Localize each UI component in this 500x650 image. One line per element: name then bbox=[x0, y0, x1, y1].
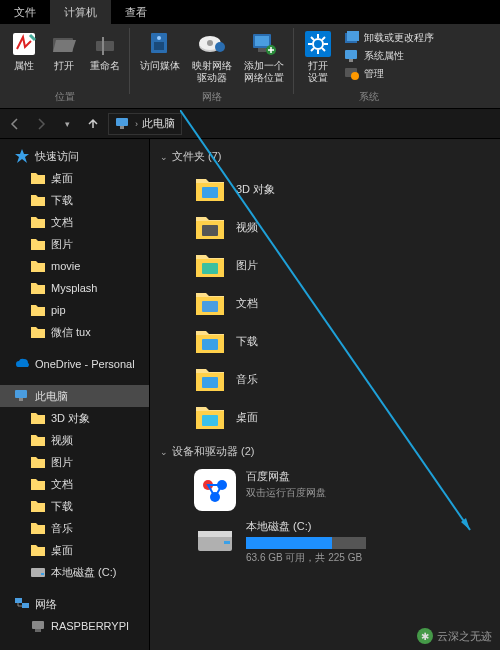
folder-item[interactable]: 音乐 bbox=[160, 360, 500, 398]
svg-rect-45 bbox=[202, 301, 218, 312]
properties-button[interactable]: 属性 bbox=[4, 26, 44, 72]
folder-item[interactable]: 3D 对象 bbox=[160, 170, 500, 208]
svg-rect-37 bbox=[41, 573, 44, 575]
watermark: ✱云深之无迹 bbox=[417, 628, 492, 644]
svg-rect-39 bbox=[22, 603, 29, 608]
group-network-label: 网络 bbox=[202, 89, 222, 106]
svg-rect-55 bbox=[224, 541, 230, 544]
svg-point-10 bbox=[215, 42, 225, 52]
svg-rect-12 bbox=[255, 36, 269, 46]
sidebar-item[interactable]: 下载 bbox=[0, 189, 149, 211]
svg-point-5 bbox=[157, 36, 161, 40]
sidebar-item[interactable]: RASPBERRYPI bbox=[0, 615, 149, 637]
breadcrumb-bar: ▾ › 此电脑 bbox=[0, 109, 500, 139]
ribbon: 属性 打开 重命名 位置 访问媒体 映射网络 驱动器 bbox=[0, 24, 500, 109]
sidebar-item[interactable]: 桌面 bbox=[0, 167, 149, 189]
add-network-location-button[interactable]: 添加一个 网络位置 bbox=[238, 26, 290, 84]
sidebar-item[interactable]: 本地磁盘 (C:) bbox=[0, 561, 149, 583]
up-button[interactable] bbox=[82, 113, 104, 135]
group-location-label: 位置 bbox=[55, 89, 75, 106]
map-network-drive-button[interactable]: 映射网络 驱动器 bbox=[186, 26, 238, 84]
svg-rect-27 bbox=[345, 50, 357, 59]
svg-marker-33 bbox=[15, 149, 29, 163]
sidebar-item[interactable]: 3D 对象 bbox=[0, 407, 149, 429]
svg-rect-48 bbox=[202, 415, 218, 426]
back-button[interactable] bbox=[4, 113, 26, 135]
quick-access[interactable]: 快速访问 bbox=[0, 145, 149, 167]
folder-item[interactable]: 桌面 bbox=[160, 398, 500, 436]
svg-point-30 bbox=[351, 72, 359, 80]
svg-rect-36 bbox=[31, 568, 45, 577]
folder-item[interactable]: 文档 bbox=[160, 284, 500, 322]
wechat-icon: ✱ bbox=[417, 628, 433, 644]
tab-computer[interactable]: 计算机 bbox=[50, 0, 111, 24]
nav-tree: 快速访问 桌面下载文档图片movieMysplashpip微信 tux OneD… bbox=[0, 139, 150, 650]
access-media-button[interactable]: 访问媒体 bbox=[134, 26, 186, 72]
folder-item[interactable]: 下载 bbox=[160, 322, 500, 360]
folder-item[interactable]: 视频 bbox=[160, 208, 500, 246]
sidebar-item[interactable]: 文档 bbox=[0, 473, 149, 495]
sidebar-item[interactable]: 图片 bbox=[0, 233, 149, 255]
svg-rect-3 bbox=[102, 37, 104, 55]
network[interactable]: 网络 bbox=[0, 593, 149, 615]
open-settings-button[interactable]: 打开 设置 bbox=[298, 26, 338, 84]
svg-point-9 bbox=[207, 40, 213, 46]
history-button[interactable]: ▾ bbox=[56, 113, 78, 135]
sidebar-item[interactable]: movie bbox=[0, 255, 149, 277]
svg-rect-49 bbox=[194, 469, 236, 511]
sidebar-item[interactable]: 文档 bbox=[0, 211, 149, 233]
tab-view[interactable]: 查看 bbox=[111, 0, 161, 24]
svg-rect-35 bbox=[19, 398, 23, 401]
svg-rect-2 bbox=[96, 41, 114, 51]
onedrive[interactable]: OneDrive - Personal bbox=[0, 353, 149, 375]
svg-rect-28 bbox=[349, 59, 353, 62]
sidebar-item[interactable]: 图片 bbox=[0, 451, 149, 473]
sidebar-item[interactable]: 微信 tux bbox=[0, 321, 149, 343]
svg-rect-54 bbox=[198, 531, 232, 537]
uninstall-button[interactable]: 卸载或更改程序 bbox=[344, 30, 434, 46]
svg-rect-42 bbox=[202, 187, 218, 198]
folder-item[interactable]: 图片 bbox=[160, 246, 500, 284]
svg-rect-6 bbox=[154, 42, 164, 50]
this-pc[interactable]: 此电脑 bbox=[0, 385, 149, 407]
svg-rect-32 bbox=[120, 126, 124, 129]
rename-button[interactable]: 重命名 bbox=[84, 26, 126, 72]
c-drive[interactable]: 本地磁盘 (C:) 63.6 GB 可用，共 225 GB bbox=[160, 515, 500, 569]
sidebar-item[interactable]: Mysplash bbox=[0, 277, 149, 299]
sidebar-item[interactable]: 视频 bbox=[0, 429, 149, 451]
svg-rect-44 bbox=[202, 263, 218, 274]
open-button[interactable]: 打开 bbox=[44, 26, 84, 72]
svg-rect-40 bbox=[32, 621, 44, 629]
address-bar[interactable]: › 此电脑 bbox=[108, 113, 182, 135]
thispc-icon bbox=[115, 116, 131, 132]
sidebar-item[interactable]: 桌面 bbox=[0, 539, 149, 561]
tab-file[interactable]: 文件 bbox=[0, 0, 50, 24]
sidebar-item[interactable]: pip bbox=[0, 299, 149, 321]
svg-rect-13 bbox=[258, 48, 266, 52]
drives-section-header[interactable]: ⌄设备和驱动器 (2) bbox=[160, 444, 500, 459]
content-pane: ⌄文件夹 (7) 3D 对象视频图片文档下载音乐桌面 ⌄设备和驱动器 (2) 百… bbox=[150, 139, 500, 650]
baidu-drive[interactable]: 百度网盘双击运行百度网盘 bbox=[160, 465, 500, 515]
system-properties-button[interactable]: 系统属性 bbox=[344, 48, 434, 64]
svg-rect-34 bbox=[15, 390, 27, 398]
svg-rect-43 bbox=[202, 225, 218, 236]
svg-rect-38 bbox=[15, 598, 22, 603]
svg-rect-31 bbox=[116, 118, 128, 126]
group-system-label: 系统 bbox=[359, 89, 379, 106]
svg-rect-41 bbox=[35, 629, 41, 632]
svg-rect-26 bbox=[347, 31, 359, 41]
manage-button[interactable]: 管理 bbox=[344, 66, 434, 82]
svg-rect-47 bbox=[202, 377, 218, 388]
sidebar-item[interactable]: 下载 bbox=[0, 495, 149, 517]
folders-section-header[interactable]: ⌄文件夹 (7) bbox=[160, 149, 500, 164]
drive-usage-bar bbox=[246, 537, 366, 549]
forward-button[interactable] bbox=[30, 113, 52, 135]
sidebar-item[interactable]: 音乐 bbox=[0, 517, 149, 539]
svg-rect-46 bbox=[202, 339, 218, 350]
